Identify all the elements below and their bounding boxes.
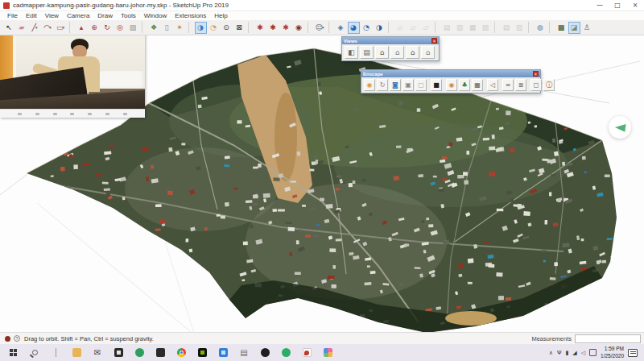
green-app-icon[interactable]	[129, 344, 150, 361]
paint-bucket-icon[interactable]: ❖	[148, 22, 160, 34]
measurements-input[interactable]	[575, 334, 641, 343]
minimize-button[interactable]: —	[591, 0, 609, 10]
camera-preset-icon[interactable]: ◉	[293, 22, 305, 34]
webcam-control-icon[interactable]	[18, 113, 22, 115]
dropdown-arrow-icon[interactable]: ▾	[322, 25, 324, 30]
menu-help[interactable]: Help	[210, 12, 231, 19]
menu-window[interactable]: Window	[140, 12, 171, 19]
left-view-icon[interactable]: ⌂	[421, 46, 435, 59]
position-camera-icon[interactable]: ✱	[254, 22, 266, 34]
screen-share-arrow-button[interactable]	[609, 116, 631, 139]
taskbar-clock[interactable]: 1:59 PM 1/25/2020	[601, 346, 624, 359]
views-toolbar-titlebar[interactable]: Views ×	[342, 37, 439, 44]
blue-app-icon[interactable]	[213, 344, 233, 361]
help-icon[interactable]: ?	[14, 335, 20, 342]
menu-camera[interactable]: Camera	[63, 12, 93, 19]
general-settings-icon[interactable]: ≣	[515, 79, 526, 91]
previous-view-icon[interactable]: ◈	[335, 22, 347, 34]
asset-tree-icon[interactable]: ♣	[459, 79, 470, 91]
style-wireframe-icon[interactable]: ▤	[441, 22, 453, 34]
screenshot-icon[interactable]: ▣	[402, 79, 414, 91]
search-icon[interactable]	[24, 344, 45, 361]
webcam-control-icon[interactable]	[123, 113, 127, 115]
menu-edit[interactable]: Edit	[22, 12, 41, 19]
eraser-tool-icon[interactable]: ▰	[16, 22, 28, 34]
dropdown-arrow-icon[interactable]: ▾	[35, 25, 38, 30]
section-cut-icon[interactable]: ▱	[420, 22, 432, 34]
store-icon[interactable]	[150, 344, 171, 361]
webcam-control-icon[interactable]	[35, 113, 39, 115]
photos-icon[interactable]	[317, 344, 338, 361]
pan-tool-icon[interactable]: ◔	[361, 22, 373, 34]
offset-tool-icon[interactable]: ◎	[114, 22, 126, 34]
right-view-icon[interactable]: ⌂	[390, 46, 404, 59]
section-plane-icon[interactable]: ▱	[394, 22, 407, 34]
about-enscape-icon[interactable]: ⓘ	[543, 79, 555, 91]
top-view-icon[interactable]: ▤	[360, 46, 374, 59]
close-button[interactable]: ×	[626, 0, 644, 10]
menu-extensions[interactable]: Extensions	[171, 12, 210, 19]
arc-tool-icon[interactable]: ◠▾	[42, 22, 54, 34]
style-textured-icon[interactable]: ▧	[480, 22, 492, 34]
followme-tool-icon[interactable]: ✶	[174, 22, 186, 34]
tray-expand-icon[interactable]: ∧	[549, 350, 553, 356]
webcam-control-icon[interactable]	[88, 113, 92, 115]
select-tool-icon[interactable]: ↖	[3, 22, 15, 34]
orbit-tool-icon[interactable]: ◕	[348, 22, 360, 34]
mail-icon[interactable]: ✉	[87, 344, 108, 361]
line-tool-icon[interactable]: ╱▾	[29, 22, 41, 34]
nvidia-icon[interactable]	[192, 344, 213, 361]
batch-render-icon[interactable]: ▢	[415, 79, 427, 91]
file-explorer-icon[interactable]	[66, 344, 87, 361]
enscape-toolbar-titlebar[interactable]: Enscape ×	[361, 70, 540, 77]
shadows-icon[interactable]: ◔	[208, 22, 220, 34]
fog-toggle-icon[interactable]: ▥	[514, 22, 526, 34]
action-center-icon[interactable]	[628, 349, 638, 357]
start-button[interactable]	[3, 344, 24, 361]
iso-view-icon[interactable]: ◧	[345, 46, 358, 59]
style-shaded-icon[interactable]: ▦	[467, 22, 479, 34]
back-view-icon[interactable]: ⌂	[406, 46, 419, 59]
zoom-extents-icon[interactable]: ⊠	[233, 22, 246, 34]
menu-draw[interactable]: Draw	[93, 12, 117, 19]
xray-mode-icon[interactable]: ◑	[195, 22, 207, 34]
network-icon[interactable]: ◢	[572, 350, 576, 356]
sketchup-icon[interactable]	[108, 344, 129, 361]
material-ball-icon[interactable]: ◉	[446, 79, 457, 91]
look-around-icon[interactable]: ✱	[267, 22, 279, 34]
webcam-control-icon[interactable]	[53, 113, 57, 115]
webcam-control-icon[interactable]	[70, 113, 74, 115]
restore-button[interactable]: □	[609, 0, 626, 10]
menu-file[interactable]: File	[3, 12, 22, 19]
rectangle-tool-icon[interactable]: ▭▾	[55, 22, 67, 34]
views-close-button[interactable]: ×	[431, 38, 437, 44]
webcam-controls[interactable]	[0, 109, 145, 118]
menu-view[interactable]: View	[41, 12, 63, 19]
shadow-toggle-icon[interactable]: ▤	[501, 22, 513, 34]
front-view-icon[interactable]: ⌂	[375, 46, 389, 59]
zoom-tool-icon[interactable]: ◑	[374, 22, 386, 34]
avatar-menu-icon[interactable]: ☺▾	[314, 22, 326, 34]
asset-library-icon[interactable]: ▦	[472, 79, 483, 91]
webcam-control-icon[interactable]	[105, 113, 109, 115]
dropdown-arrow-icon[interactable]: ▾	[49, 25, 52, 30]
photo-textures-icon[interactable]: ◪	[568, 22, 580, 34]
component-person-icon[interactable]: ♙	[581, 22, 593, 34]
rotate-tool-icon[interactable]: ↻	[101, 22, 114, 34]
visual-settings-icon[interactable]: ≡	[502, 79, 514, 91]
printer-icon[interactable]: ▤	[233, 344, 254, 361]
chrome-icon[interactable]	[171, 344, 192, 361]
move-tool-icon[interactable]: ⊕	[89, 22, 101, 34]
style-hiddenline-icon[interactable]: ▥	[454, 22, 466, 34]
pushpull-tool-icon[interactable]: ▴	[76, 22, 88, 34]
enscape-close-button[interactable]: ×	[533, 71, 539, 77]
ime-indicator-icon[interactable]	[589, 349, 597, 356]
dark-circle-app-icon[interactable]	[254, 344, 275, 361]
pdf-icon[interactable]	[296, 344, 317, 361]
sound-source-icon[interactable]: ◁	[487, 79, 498, 91]
text-tool-icon[interactable]: ▯	[161, 22, 173, 34]
add-location-icon[interactable]: ◍	[535, 22, 547, 34]
live-update-icon[interactable]: ↻	[377, 79, 388, 91]
microphone-icon[interactable]: Ψ	[557, 350, 562, 356]
wechat-icon[interactable]	[275, 344, 296, 361]
